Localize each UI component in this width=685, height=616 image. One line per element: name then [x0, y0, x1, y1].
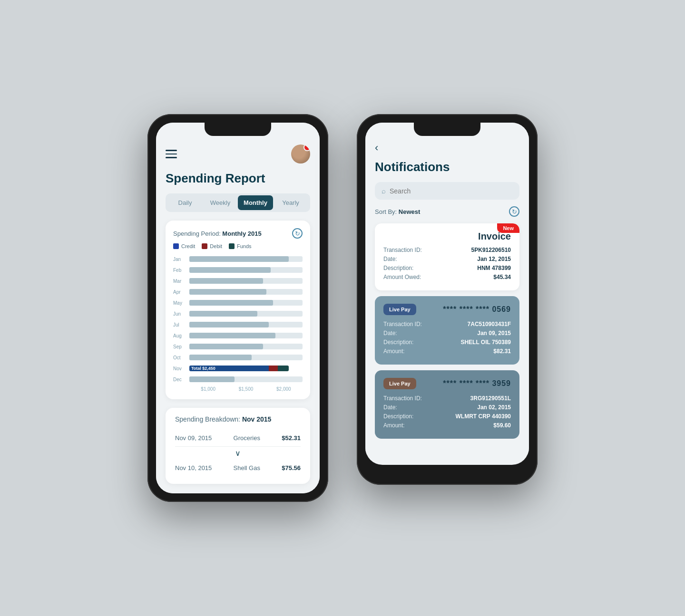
bar-apr: Apr — [189, 288, 303, 296]
livepay-card-1: Live Pay **** **** **** 0569 Transaction… — [375, 296, 519, 365]
bar-may: May — [189, 298, 303, 307]
bar-jul: Jul — [189, 320, 303, 329]
livepay-row-1-3: Amount: $82.31 — [383, 348, 511, 355]
phone-spending-report: Spending Report Daily Weekly Monthly Yea… — [147, 114, 328, 502]
new-badge: New — [497, 223, 519, 233]
invoice-row-1: Date: Jan 12, 2015 — [383, 256, 511, 262]
bar-feb: Feb — [189, 266, 303, 274]
invoice-title: Invoice — [383, 231, 511, 242]
bar-aug: Aug — [189, 331, 303, 340]
tabs-container: Daily Weekly Monthly Yearly — [166, 193, 310, 212]
avatar[interactable] — [291, 144, 310, 164]
phone1-screen: Spending Report Daily Weekly Monthly Yea… — [156, 123, 320, 493]
notch-phone2 — [414, 123, 480, 136]
menu-icon[interactable] — [166, 150, 177, 158]
card-number-1: **** **** **** 0569 — [443, 305, 511, 314]
bar-dec: Dec — [189, 375, 303, 384]
breakdown-row-1: Nov 10, 2015 Shell Gas $75.56 — [175, 460, 301, 476]
card-number-2: **** **** **** 3959 — [443, 379, 511, 388]
bar-nov-label: Total $2,450 — [191, 366, 215, 371]
page-title-notifications: Notifications — [375, 160, 519, 174]
legend-funds: Funds — [229, 243, 252, 249]
page-title-spending: Spending Report — [166, 171, 310, 186]
livepay-row-2-3: Amount: $59.60 — [383, 422, 511, 429]
invoice-card: New Invoice Transaction ID: 5PK912206510… — [375, 223, 519, 290]
phone2-content: ‹ Notifications ⌕ Sort By: Newest ↻ New … — [365, 123, 529, 454]
tab-weekly[interactable]: Weekly — [203, 195, 238, 210]
legend-credit: Credit — [173, 243, 195, 249]
livepay-header-1: Live Pay **** **** **** 0569 — [383, 304, 511, 315]
livepay-row-2-2: Description: WLMRT CRP 440390 — [383, 413, 511, 420]
sort-row: Sort By: Newest ↻ — [375, 206, 519, 217]
chart-card: Spending Period: Monthly 2015 ↻ Credit D… — [166, 221, 310, 399]
livepay-header-2: Live Pay **** **** **** 3959 — [383, 378, 511, 389]
livepay-row-1-0: Transaction ID: 7AC510903431F — [383, 321, 511, 327]
legend-dot-credit — [173, 243, 179, 249]
tab-yearly[interactable]: Yearly — [273, 195, 308, 210]
breakdown-title: Spending Breakdown: Nov 2015 — [175, 415, 301, 423]
tab-monthly[interactable]: Monthly — [238, 195, 273, 210]
phone2-screen: ‹ Notifications ⌕ Sort By: Newest ↻ New … — [365, 123, 529, 465]
bar-jan: Jan — [189, 255, 303, 263]
search-bar: ⌕ — [375, 182, 519, 200]
legend-debit: Debit — [202, 243, 222, 249]
sort-refresh-icon[interactable]: ↻ — [509, 206, 519, 217]
tab-daily[interactable]: Daily — [167, 195, 203, 210]
breakdown-row-0: Nov 09, 2015 Groceries $52.31 — [175, 430, 301, 447]
chart-header: Spending Period: Monthly 2015 ↻ — [173, 228, 303, 239]
legend-dot-debit — [202, 243, 207, 249]
livepay-row-2-1: Date: Jan 02, 2015 — [383, 404, 511, 411]
livepay-row-2-0: Transaction ID: 3RG91290551L — [383, 395, 511, 402]
sort-label: Sort By: Newest — [375, 208, 420, 215]
bar-sep: Sep — [189, 342, 303, 351]
livepay-card-2: Live Pay **** **** **** 3959 Transaction… — [375, 370, 519, 439]
legend-dot-funds — [229, 243, 235, 249]
chart-title: Spending Period: Monthly 2015 — [173, 230, 262, 237]
phone-notifications: ‹ Notifications ⌕ Sort By: Newest ↻ New … — [357, 114, 538, 485]
back-button[interactable]: ‹ — [375, 142, 378, 154]
phone1-content: Spending Report Daily Weekly Monthly Yea… — [156, 123, 320, 493]
livepay-button-2[interactable]: Live Pay — [383, 378, 416, 389]
notch-phone1 — [205, 123, 271, 136]
livepay-row-1-1: Date: Jan 09, 2015 — [383, 330, 511, 337]
bar-chart: Jan Feb Mar Apr — [173, 255, 303, 384]
chart-x-axis: $1,000 $1,500 $2,000 — [173, 386, 303, 392]
chart-legend: Credit Debit Funds — [173, 243, 303, 249]
bar-mar: Mar — [189, 277, 303, 285]
bar-jun: Jun — [189, 309, 303, 318]
breakdown-card: Spending Breakdown: Nov 2015 Nov 09, 201… — [166, 408, 310, 484]
bar-oct: Oct — [189, 353, 303, 362]
bar-nov: Nov Total $2,450 — [189, 364, 303, 373]
refresh-icon[interactable]: ↻ — [292, 228, 303, 239]
livepay-row-1-2: Description: SHELL OIL 750389 — [383, 339, 511, 346]
search-icon: ⌕ — [382, 187, 386, 195]
phones-container: Spending Report Daily Weekly Monthly Yea… — [147, 114, 538, 502]
invoice-row-2: Description: HNM 478399 — [383, 265, 511, 271]
avatar-image — [291, 144, 310, 164]
livepay-button-1[interactable]: Live Pay — [383, 304, 416, 315]
invoice-row-3: Amount Owed: $45.34 — [383, 274, 511, 280]
search-input[interactable] — [390, 187, 513, 195]
invoice-row-0: Transaction ID: 5PK912206510 — [383, 247, 511, 253]
expand-icon[interactable]: ∨ — [175, 449, 301, 458]
phone1-header — [166, 142, 310, 164]
